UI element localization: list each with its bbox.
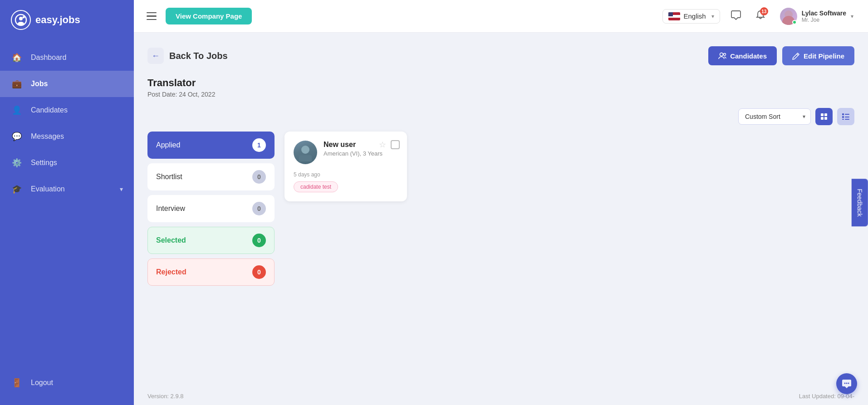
edit-pipeline-button[interactable]: Edit Pipeline — [782, 46, 854, 65]
sidebar-label-dashboard: Dashboard — [31, 54, 66, 62]
list-view-button[interactable] — [837, 108, 854, 125]
online-indicator — [792, 20, 797, 24]
view-company-button[interactable]: View Company Page — [166, 8, 252, 24]
candidate-meta: American (VI), 3 Years — [324, 150, 398, 157]
action-buttons: Candidates Edit Pipeline — [708, 46, 854, 65]
checkbox-button[interactable] — [391, 140, 400, 149]
svg-rect-8 — [821, 117, 824, 120]
back-bar: ← Back To Jobs Candidates — [147, 46, 854, 65]
main-wrapper: View Company Page English ▾ 13 — [134, 0, 868, 405]
svg-point-19 — [846, 383, 848, 384]
svg-point-2 — [18, 22, 24, 25]
stage-rejected-label: Rejected — [156, 268, 186, 276]
flag-icon — [668, 12, 680, 20]
svg-point-20 — [848, 383, 849, 384]
grid-view-button[interactable] — [815, 108, 833, 125]
stage-rejected-badge: 0 — [252, 265, 266, 279]
job-post-date: Post Date: 24 Oct, 2022 — [147, 91, 854, 98]
briefcase-icon: 💼 — [11, 78, 23, 90]
svg-rect-9 — [824, 117, 827, 120]
svg-point-16 — [301, 146, 309, 154]
svg-rect-10 — [842, 113, 844, 115]
stage-rejected[interactable]: Rejected 0 — [147, 259, 275, 286]
notification-button[interactable]: 13 — [752, 8, 769, 24]
stage-interview-badge: 0 — [252, 202, 266, 215]
logo-text: easy.jobs — [35, 14, 80, 26]
sidebar-item-candidates[interactable]: 👤 Candidates — [0, 97, 134, 123]
home-icon: 🏠 — [11, 52, 23, 63]
user-info: Lylac Software Mr. Joe — [802, 10, 846, 23]
stage-applied-label: Applied — [156, 141, 180, 149]
stage-selected[interactable]: Selected 0 — [147, 227, 275, 254]
header: View Company Page English ▾ 13 — [134, 0, 868, 33]
star-button[interactable]: ☆ — [378, 139, 387, 151]
language-selector[interactable]: English ▾ — [662, 9, 720, 24]
sidebar: easy.jobs 🏠 Dashboard 💼 Jobs 👤 Candidate… — [0, 0, 134, 405]
company-name: Lylac Software — [802, 10, 846, 17]
stage-selected-label: Selected — [156, 236, 186, 244]
svg-rect-7 — [824, 113, 827, 116]
svg-rect-14 — [842, 119, 844, 120]
graduation-icon: 🎓 — [11, 183, 23, 195]
svg-rect-6 — [821, 113, 824, 116]
candidates-area: New user American (VI), 3 Years ☆ 5 days… — [284, 132, 854, 201]
chat-bubble-button[interactable] — [836, 373, 857, 394]
back-label: Back To Jobs — [169, 51, 228, 61]
stage-shortlist[interactable]: Shortlist 0 — [147, 163, 275, 190]
back-arrow-button[interactable]: ← — [147, 48, 164, 64]
logout-icon: 🚪 — [11, 377, 23, 389]
sidebar-nav: 🏠 Dashboard 💼 Jobs 👤 Candidates 💬 Messag… — [0, 40, 134, 405]
sidebar-label-settings: Settings — [31, 159, 57, 167]
user-menu[interactable]: Lylac Software Mr. Joe ▾ — [776, 6, 857, 27]
svg-rect-17 — [299, 155, 312, 161]
svg-point-18 — [844, 383, 846, 384]
job-info: Translator Post Date: 24 Oct, 2022 — [147, 77, 854, 98]
sidebar-label-logout: Logout — [31, 379, 53, 387]
footer: Version: 2.9.8 Last Updated: 09-04- — [134, 387, 868, 405]
candidates-btn-label: Candidates — [730, 52, 767, 60]
stage-shortlist-label: Shortlist — [156, 173, 182, 181]
sidebar-label-jobs: Jobs — [31, 80, 48, 88]
stages-column: Applied 1 Shortlist 0 Interview 0 Select… — [147, 132, 275, 286]
sidebar-label-messages: Messages — [31, 132, 64, 141]
sort-bar: Custom Sort ▾ — [147, 108, 854, 125]
menu-button[interactable] — [145, 10, 158, 22]
sort-dropdown-wrapper: Custom Sort ▾ — [738, 108, 811, 125]
stage-interview[interactable]: Interview 0 — [147, 195, 275, 222]
stage-selected-badge: 0 — [252, 234, 266, 247]
card-tag: cadidate test — [294, 181, 338, 192]
sidebar-item-dashboard[interactable]: 🏠 Dashboard — [0, 44, 134, 71]
logo-icon — [11, 10, 31, 30]
version-label: Version: 2.9.8 — [147, 393, 184, 400]
sort-dropdown[interactable]: Custom Sort — [738, 108, 811, 125]
pipeline-area: Applied 1 Shortlist 0 Interview 0 Select… — [147, 132, 854, 286]
stage-applied[interactable]: Applied 1 — [147, 132, 275, 159]
svg-point-4 — [720, 53, 723, 56]
job-title: Translator — [147, 77, 854, 89]
back-to-jobs-link[interactable]: ← Back To Jobs — [147, 48, 228, 64]
post-date-label: Post Date: — [147, 91, 177, 98]
feedback-label: Feedback — [856, 189, 863, 216]
sidebar-logo: easy.jobs — [0, 0, 134, 40]
sidebar-item-messages[interactable]: 💬 Messages — [0, 123, 134, 150]
stage-shortlist-badge: 0 — [252, 170, 266, 184]
svg-rect-13 — [845, 117, 849, 117]
user-menu-chevron-icon: ▾ — [851, 13, 853, 20]
candidates-grid: New user American (VI), 3 Years ☆ 5 days… — [284, 132, 854, 201]
feedback-tab[interactable]: Feedback — [851, 179, 868, 226]
svg-rect-12 — [842, 116, 844, 118]
edit-pipeline-btn-label: Edit Pipeline — [804, 52, 844, 60]
candidates-button[interactable]: Candidates — [708, 46, 777, 65]
svg-rect-15 — [845, 119, 849, 120]
sidebar-item-evaluation[interactable]: 🎓 Evaluation ▾ — [0, 176, 134, 202]
svg-rect-11 — [845, 114, 849, 115]
notification-badge: 13 — [760, 7, 768, 15]
svg-point-5 — [724, 54, 726, 56]
language-chevron-icon: ▾ — [711, 13, 714, 20]
card-actions: ☆ — [378, 139, 400, 151]
sidebar-item-logout[interactable]: 🚪 Logout — [0, 370, 134, 396]
sidebar-item-jobs[interactable]: 💼 Jobs — [0, 71, 134, 97]
candidate-card: New user American (VI), 3 Years ☆ 5 days… — [284, 132, 407, 201]
chat-button[interactable] — [727, 8, 745, 24]
sidebar-item-settings[interactable]: ⚙️ Settings — [0, 150, 134, 176]
